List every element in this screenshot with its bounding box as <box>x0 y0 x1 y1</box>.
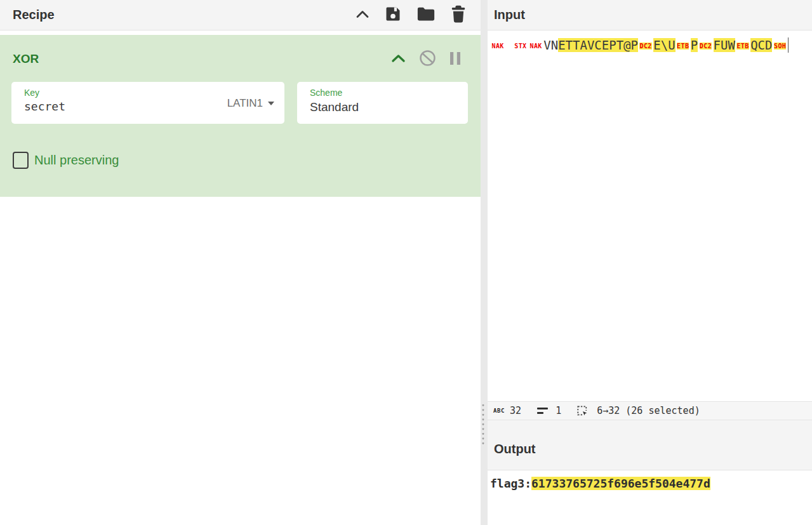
output-highlighted-text: 61733765725f696e5f504e477d <box>531 477 710 490</box>
control-char: DC2 <box>639 43 651 50</box>
control-char: NAK <box>492 43 504 50</box>
collapse-recipe-button[interactable] <box>356 10 369 21</box>
null-preserving-option[interactable]: Null preserving <box>13 152 119 169</box>
collapse-operation-button[interactable] <box>391 54 406 65</box>
folder-icon <box>416 6 436 24</box>
character-count-icon: ABC <box>493 408 505 414</box>
recipe-title: Recipe <box>13 8 55 22</box>
input-text-run: VN <box>543 38 558 52</box>
operation-title: XOR <box>13 52 39 66</box>
input-text: NAK STXNAKVNETTAVCEPT@PDC2E\UETBPDC2FUWE… <box>490 36 789 55</box>
line-count: 1 <box>556 405 561 416</box>
control-char: ETB <box>677 43 689 50</box>
control-char: NAK <box>529 43 542 50</box>
key-input[interactable] <box>24 100 215 113</box>
disable-operation-button[interactable] <box>419 50 436 69</box>
key-label: Key <box>24 88 276 98</box>
chevron-up-icon <box>391 54 406 65</box>
line-count-icon <box>537 408 548 414</box>
scheme-arg: Scheme Standard <box>297 82 468 124</box>
control-char: ETB <box>736 43 749 50</box>
control-char: DC2 <box>700 43 712 50</box>
input-header: Input <box>488 0 812 30</box>
input-text-run: ETTAVCEPT@P <box>558 38 638 52</box>
control-char: STX <box>514 43 526 50</box>
output-text: flag3:61733765725f696e5f504e477d <box>490 477 710 490</box>
pane-splitter-grip[interactable] <box>482 404 484 447</box>
pane-splitter[interactable] <box>481 0 488 525</box>
operation-controls <box>391 50 461 69</box>
key-encoding-dropdown[interactable]: LATIN1 <box>227 97 274 110</box>
input-text-run: E\U <box>653 38 675 52</box>
recipe-pane: Recipe <box>0 0 481 525</box>
recipe-toolbar <box>356 5 467 25</box>
input-text-run <box>505 38 512 52</box>
output-title: Output <box>494 442 536 456</box>
key-arg: Key LATIN1 <box>11 82 284 124</box>
recipe-header: Recipe <box>0 0 481 30</box>
input-editor[interactable]: NAK STXNAKVNETTAVCEPT@PDC2E\UETBPDC2FUWE… <box>488 30 812 401</box>
selection-info: 6→32 (26 selected) <box>597 405 700 416</box>
input-title: Input <box>494 8 525 22</box>
selection-icon <box>577 406 588 416</box>
scheme-label: Scheme <box>310 88 459 98</box>
key-encoding-value: LATIN1 <box>227 97 263 110</box>
ban-icon <box>419 50 436 69</box>
save-icon <box>384 5 402 25</box>
operation-header: XOR <box>0 35 481 69</box>
control-char: SOH <box>774 43 786 50</box>
cyberchef-app: Recipe <box>0 0 812 525</box>
input-status-bar: ABC 32 1 6→32 (26 selected) <box>488 401 812 420</box>
output-text-run: flag3: <box>490 477 531 490</box>
clear-recipe-button[interactable] <box>450 5 467 25</box>
load-recipe-button[interactable] <box>416 6 436 24</box>
chevron-up-icon <box>356 10 369 21</box>
input-text-run: FUW <box>714 38 735 52</box>
output-header: Output <box>488 420 812 470</box>
input-text-run: P <box>691 38 698 52</box>
pause-icon <box>449 51 461 67</box>
chevron-down-icon <box>268 102 274 105</box>
operation-args: Key LATIN1 Scheme Standard <box>11 82 468 124</box>
input-text-run: QCD <box>750 38 772 52</box>
null-preserving-label: Null preserving <box>34 153 119 168</box>
io-pane: Input NAK STXNAKVNETTAVCEPT@PDC2E\UETBPD… <box>488 0 812 525</box>
character-count: 32 <box>510 405 521 416</box>
output-viewer: flag3:61733765725f696e5f504e477d <box>488 470 812 525</box>
save-recipe-button[interactable] <box>384 5 402 25</box>
text-cursor <box>788 37 789 53</box>
operation-card-xor[interactable]: XOR <box>0 35 481 197</box>
trash-icon <box>450 5 467 25</box>
scheme-select[interactable]: Standard <box>310 100 459 114</box>
breakpoint-button[interactable] <box>449 51 461 67</box>
null-preserving-checkbox[interactable] <box>13 152 29 169</box>
